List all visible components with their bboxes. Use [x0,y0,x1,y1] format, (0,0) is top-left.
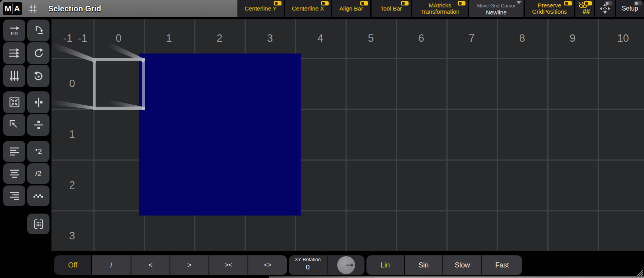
centerline-x-button[interactable]: Centerline X [285,0,331,17]
grid-row-header: 0 [69,77,75,89]
multiply-by-2-button[interactable]: *2 [27,141,50,162]
grid-row-header: 1 [69,128,75,140]
grid-col-header: 10 [617,32,629,45]
align-center-button[interactable] [3,163,25,184]
grid-row-header: 3 [69,230,75,242]
wave-slow-label: Slow [455,261,470,269]
mirror-horizontal-icon [33,96,44,108]
align-center-icon [9,169,20,179]
move-to-corner-button[interactable] [3,114,25,136]
toggle-indicator-icon [458,1,465,5]
selection-grid-canvas[interactable]: -1012345678910-10123 [50,19,644,251]
fid-arrow-icon [9,25,20,31]
grid-action-slash-label: / [110,261,112,269]
compress-icon [9,96,20,108]
toggle-indicator-icon [360,1,368,5]
grid-row-header: 2 [69,179,75,191]
grid-icon [27,3,38,14]
rotate-angle-icon [33,25,44,36]
multi-arrows-down-icon [9,70,20,82]
grid-action-left-button[interactable]: < [131,255,170,275]
toggle-indicator-icon [274,1,281,5]
toggle-indicator-icon [584,1,592,5]
rotate-cw-button[interactable] [27,42,50,64]
grid-col-header: 7 [469,32,474,45]
cursor-trail [108,42,144,62]
shuffle-zigzag-icon [33,193,44,199]
compress-button[interactable] [3,91,25,113]
xy-rotation-encoder[interactable] [327,255,364,275]
mirror-vertical-button[interactable] [27,114,50,136]
logo-letter-m: M [4,3,13,14]
grid-col-header: 5 [368,32,374,45]
wave-sin-button[interactable]: Sin [405,255,442,275]
logo-letter-a: A [13,3,21,14]
multiply-by-2-label: *2 [35,147,42,156]
align-bar-label: Align Bar [340,5,363,12]
page-title: Selection Grid [48,4,101,13]
grid-action-outward-label: <> [264,262,271,269]
move-grid-cursor-value: Newline [486,9,506,16]
setup-button[interactable]: Setup [616,0,644,17]
grid-col-header: 2 [216,32,222,45]
grid-col-header: 8 [519,32,525,45]
dot-grid-button[interactable] [27,214,50,234]
toggle-indicator-icon [605,1,612,5]
cursor-trail [51,99,96,110]
grid-action-right-button[interactable]: > [170,255,209,275]
matricks-transformation-button[interactable]: MAtricks Transformation [412,0,468,17]
wave-fast-button[interactable]: Fast [482,255,522,275]
align-left-icon [9,146,20,157]
grid-corner-row-header: -1 [63,32,73,45]
align-right-icon [9,191,20,201]
wave-lin-label: Lin [380,261,390,269]
rotate-ccw-button[interactable] [27,65,50,87]
centerline-x-label: Centerline X [292,5,324,12]
chevron-down-icon [517,1,521,4]
centerline-y-button[interactable]: Centerline Y [237,0,284,17]
rotate-cw-icon [33,47,44,59]
toggle-indicator-icon [401,1,409,5]
dot-grid-icon [33,218,44,230]
move-grid-cursor-dropdown[interactable]: Move Grid Cursor Newline [469,0,524,17]
move-grid-cursor-label: Move Grid Cursor [477,3,516,9]
corner-arrow-icon [9,119,20,131]
grid-action-inward-button[interactable]: >< [209,255,248,275]
align-bar-button[interactable]: Align Bar [332,0,370,17]
move-window-button[interactable] [595,0,615,17]
arrange-columns-button[interactable] [3,65,25,87]
wave-lin-button[interactable]: Lin [366,255,404,275]
shuffle-button[interactable] [27,185,50,206]
preserve-gridpositions-button[interactable]: Preserve GridPositions [525,0,574,17]
align-right-button[interactable] [3,185,25,206]
grid-corner-col-header: -1 [78,32,87,45]
tool-bar-button[interactable]: Tool Bar [372,0,411,17]
grid-action-off-button[interactable]: Off [54,255,91,275]
align-left-button[interactable] [3,141,25,162]
matricks-transformation-label: MAtricks Transformation [420,2,459,15]
grid-col-header: 1 [166,32,172,45]
mirror-horizontal-button[interactable] [27,91,50,113]
matricks-follow-button[interactable]: ## [575,0,594,17]
tool-bar-label: Tool Bar [380,5,402,12]
divide-by-2-button[interactable]: /2 [27,163,50,184]
wave-slow-button[interactable]: Slow [443,255,481,275]
grid-action-slash-button[interactable]: / [92,255,131,275]
grid-scroll-edge [50,19,51,251]
rotary-knob[interactable] [337,256,355,274]
xy-rotation-readout[interactable]: XY Rotation 0 [289,255,327,275]
resize-handle[interactable] [634,267,644,276]
title-bar: M A Selection Grid [0,0,237,17]
xy-rotation-value: 0 [306,264,310,271]
fid-order-button[interactable]: FID [3,20,25,41]
divide-by-2-label: /2 [35,169,42,178]
wave-sin-label: Sin [418,261,428,269]
ma-logo: M A [3,2,22,15]
rotate-angle-button[interactable] [27,20,50,41]
selection-block [139,53,301,216]
grid-action-outward-button[interactable]: <> [248,255,287,275]
knob-pointer-icon [337,256,355,274]
cursor-trail [108,100,144,110]
arrange-rows-button[interactable] [3,42,25,64]
grid-action-left-label: < [149,261,153,269]
